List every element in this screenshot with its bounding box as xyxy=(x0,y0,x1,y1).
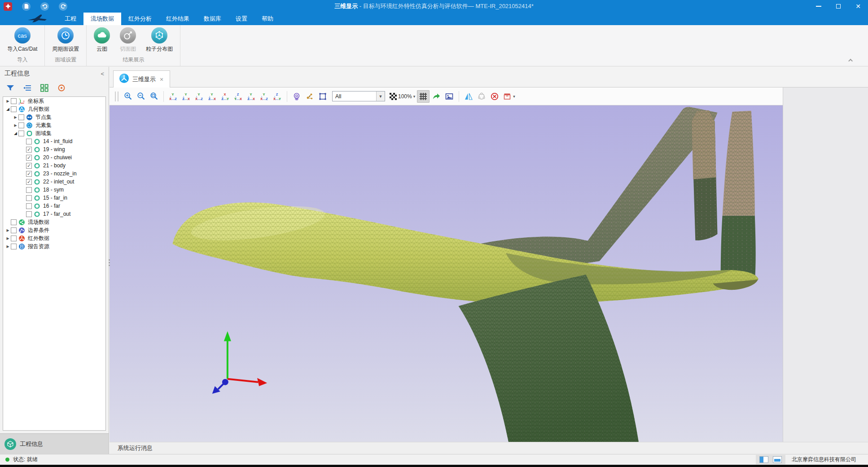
menu-tab-infrared-analysis[interactable]: 红外分析 xyxy=(121,13,159,25)
view-back-button[interactable]: YZX xyxy=(180,90,193,103)
tree-item-geometry-data[interactable]: ◢几何数据 xyxy=(3,105,105,113)
menu-tab-flow-field-data[interactable]: 流场数据 xyxy=(83,13,121,25)
clear-button[interactable] xyxy=(488,90,501,103)
grid-view-icon[interactable] xyxy=(39,83,50,93)
ribbon-button-particle-distribution-map[interactable]: 粒子分布图 xyxy=(142,27,176,55)
tree-item-face-18-sym[interactable]: 18 - sym xyxy=(3,186,105,194)
tree-item-face-17-far-out[interactable]: 17 - far_out xyxy=(3,210,105,218)
toolbar-grip[interactable] xyxy=(115,92,118,101)
expand-arrow[interactable]: ▶ xyxy=(13,115,18,119)
visibility-checkbox[interactable] xyxy=(11,106,17,112)
view-front-button[interactable]: YXZ xyxy=(167,90,180,103)
layout-bottom-icon[interactable] xyxy=(773,456,782,463)
zoom-in-button[interactable] xyxy=(122,90,134,103)
view-right-button[interactable]: YZX xyxy=(206,90,219,103)
filter-icon[interactable] xyxy=(4,83,16,93)
expand-arrow[interactable]: ▶ xyxy=(5,228,11,232)
new-file-icon[interactable] xyxy=(22,2,31,11)
highlight-button[interactable] xyxy=(290,90,303,103)
tree-item-face-19-wing[interactable]: ✓19 - wing xyxy=(3,145,105,153)
tree-item-infrared-data[interactable]: ▶红外数据 xyxy=(3,234,105,242)
visibility-checkbox[interactable] xyxy=(26,211,32,217)
panel-splitter[interactable] xyxy=(108,253,111,271)
undo-icon[interactable] xyxy=(40,2,49,11)
expand-arrow[interactable]: ▶ xyxy=(5,244,11,249)
visibility-checkbox[interactable] xyxy=(26,203,32,209)
visibility-checkbox[interactable] xyxy=(26,195,32,201)
visibility-checkbox[interactable] xyxy=(11,227,17,233)
tree-item-face-23-nozzle-in[interactable]: ✓23 - nozzle_in xyxy=(3,170,105,178)
particle-view-button[interactable] xyxy=(303,90,316,103)
tree-item-face-14-int-fluid[interactable]: 14 - int_fluid xyxy=(3,137,105,145)
panel-collapse-button[interactable]: < xyxy=(101,70,104,77)
tab-close-icon[interactable]: × xyxy=(159,76,164,83)
smooth-button[interactable] xyxy=(475,90,488,103)
menu-tab-settings[interactable]: 设置 xyxy=(228,13,254,25)
tree-item-node-set[interactable]: ▶节点集 xyxy=(3,113,105,121)
export-box-button[interactable]: ▾ xyxy=(501,90,517,103)
close-button[interactable]: ✕ xyxy=(848,0,868,13)
visibility-checkbox[interactable] xyxy=(26,187,32,193)
tree-item-element-set[interactable]: ▶元素集 xyxy=(3,121,105,129)
redo-icon[interactable] xyxy=(59,2,67,11)
tree-item-face-set[interactable]: ◢面域集 xyxy=(3,129,105,137)
zoom-out-button[interactable] xyxy=(135,90,147,103)
view-top-button[interactable]: XZY xyxy=(219,90,232,103)
box-select-button[interactable] xyxy=(316,90,329,103)
mesh-toggle-button[interactable] xyxy=(417,90,430,103)
tree-item-face-22-inlet-out[interactable]: ✓22 - inlet_out xyxy=(3,178,105,186)
opacity-button[interactable]: 100%▾ xyxy=(388,90,416,103)
project-panel-bottom-button[interactable]: 工程信息 xyxy=(0,433,109,454)
visibility-checkbox[interactable] xyxy=(11,98,17,104)
ribbon-button-periodic-face-setup[interactable]: 周期面设置 xyxy=(48,27,83,55)
menu-tab-infrared-results[interactable]: 红外结果 xyxy=(159,13,197,25)
view-bottom-button[interactable]: ZYX xyxy=(232,90,245,103)
tab-3d-view[interactable]: 三维显示 × xyxy=(113,70,170,87)
locate-icon[interactable] xyxy=(56,83,67,93)
visibility-checkbox[interactable] xyxy=(18,114,24,120)
apply-button[interactable] xyxy=(430,90,443,103)
menu-tab-help[interactable]: 帮助 xyxy=(254,13,281,25)
ribbon-collapse-button[interactable] xyxy=(846,57,855,63)
viewport-3d[interactable] xyxy=(110,105,783,442)
visibility-checkbox[interactable] xyxy=(11,244,17,249)
snapshot-button[interactable] xyxy=(443,90,456,103)
menu-tab-project[interactable]: 工程 xyxy=(57,13,83,25)
display-filter-select[interactable]: All▼ xyxy=(332,91,385,101)
tree-item-coordinate-system[interactable]: ▶YZX坐标系 xyxy=(3,97,105,105)
view-iso-1-button[interactable]: YZX xyxy=(245,90,258,103)
visibility-checkbox[interactable] xyxy=(11,236,17,241)
minimize-button[interactable] xyxy=(809,0,829,13)
visibility-checkbox[interactable]: ✓ xyxy=(26,155,32,161)
expand-arrow[interactable]: ◢ xyxy=(5,107,11,111)
tree-item-boundary-conditions[interactable]: ▶边界条件 xyxy=(3,226,105,234)
view-iso-3-button[interactable]: ZXY xyxy=(271,90,284,103)
expand-arrow[interactable]: ◢ xyxy=(13,131,18,135)
expand-arrow[interactable]: ▶ xyxy=(13,123,18,127)
tree-item-report-resources[interactable]: ▶报告资源 xyxy=(3,242,105,250)
visibility-checkbox[interactable] xyxy=(11,219,17,225)
layout-left-icon[interactable] xyxy=(759,456,768,463)
view-left-button[interactable]: YXZ xyxy=(193,90,206,103)
menu-tab-database[interactable]: 数据库 xyxy=(197,13,228,25)
visibility-checkbox[interactable] xyxy=(18,122,24,128)
maximize-button[interactable] xyxy=(829,0,848,13)
ribbon-button-contour-map[interactable]: 云图 xyxy=(90,27,114,55)
tree-item-face-20-chuiwei[interactable]: ✓20 - chuiwei xyxy=(3,153,105,161)
visibility-checkbox[interactable] xyxy=(26,139,32,144)
visibility-checkbox[interactable]: ✓ xyxy=(26,163,32,169)
visibility-checkbox[interactable]: ✓ xyxy=(26,171,32,177)
zoom-window-button[interactable] xyxy=(148,90,160,103)
visibility-checkbox[interactable]: ✓ xyxy=(26,147,32,153)
ribbon-button-import-cas-dat[interactable]: cas导入Cas/Dat xyxy=(4,27,41,55)
tree-item-face-16-far[interactable]: 16 - far xyxy=(3,202,105,210)
visibility-checkbox[interactable]: ✓ xyxy=(26,179,32,185)
mirror-button[interactable] xyxy=(462,90,475,103)
expand-arrow[interactable]: ▶ xyxy=(5,236,11,240)
app-badge-icon[interactable] xyxy=(4,2,12,11)
message-panel-header[interactable]: 系统运行消息 xyxy=(110,442,868,454)
outline-icon[interactable] xyxy=(22,83,33,93)
tree-item-face-21-body[interactable]: ✓21 - body xyxy=(3,161,105,170)
tree-item-face-15-far-in[interactable]: 15 - far_in xyxy=(3,194,105,202)
tree-item-flow-field-data[interactable]: 流场数据 xyxy=(3,218,105,226)
